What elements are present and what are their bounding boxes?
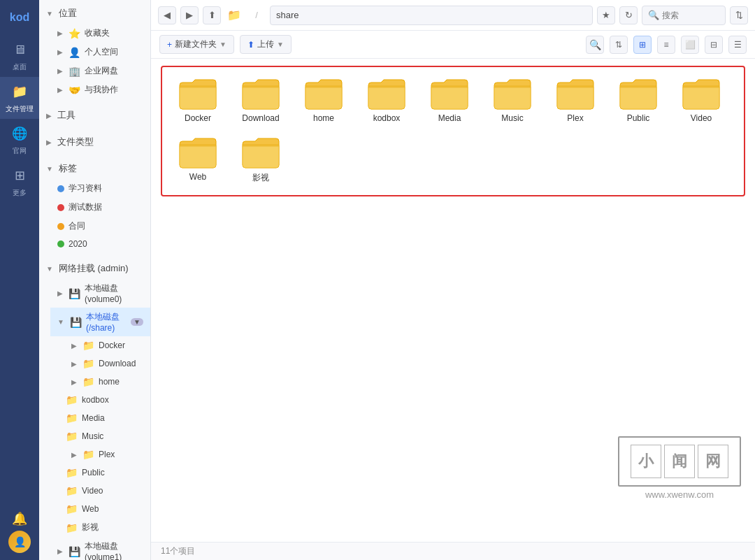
folder-label: Web: [189, 172, 206, 182]
more-icon: ⊞: [10, 166, 29, 185]
desktop-icon: 🖥: [10, 40, 29, 59]
sidebar-item-favorites[interactable]: ▶ ⭐ 收藏夹: [50, 24, 150, 43]
bookmark-button[interactable]: ★: [597, 6, 615, 24]
folder-label: Music: [501, 113, 523, 123]
sidebar-item-public[interactable]: 📁 Public: [50, 464, 150, 482]
sort-button[interactable]: ⇅: [730, 6, 748, 24]
new-folder-dropdown-icon: ▼: [220, 41, 226, 48]
sidebar-section-network: ▼ 网络挂载 (admin) ▶ 💾 本地磁盘(volume0) ▼ 💾 本地磁…: [39, 255, 150, 560]
sidebar-item-yingshi[interactable]: 📁 影视: [50, 518, 150, 537]
sidebar-item-vol0[interactable]: ▶ 💾 本地磁盘(volume0): [50, 279, 150, 308]
breadcrumb[interactable]: share: [270, 6, 593, 25]
view-grid-button[interactable]: ⊞: [633, 36, 652, 54]
watermark-box: 小 闻 网: [618, 436, 741, 487]
list-item[interactable]: home: [295, 74, 352, 127]
nav-desktop-label: 桌面: [13, 62, 27, 72]
main-content: ◀ ▶ ⬆ 📁 / share ★ ↻ 🔍 ⇅ + 新建文件夹 ▼: [151, 0, 755, 560]
sidebar-item-company[interactable]: ▶ 🏢 企业网盘: [50, 62, 150, 80]
view-detail-button[interactable]: ⊟: [705, 36, 723, 54]
nav-official[interactable]: 🌐 官网: [0, 119, 39, 161]
sidebar-item-share[interactable]: ▼ 💾 本地磁盘(/share) ▼: [50, 308, 150, 336]
list-item[interactable]: Public: [610, 74, 667, 127]
nav-desktop[interactable]: 🖥 桌面: [0, 35, 39, 77]
list-item[interactable]: 影视: [232, 133, 289, 188]
sidebar-item-filetype[interactable]: ▶ 文件类型: [39, 131, 150, 152]
sidebar-item-plex[interactable]: ▶ 📁 Plex: [50, 445, 150, 464]
upload-button[interactable]: ⬆ 上传 ▼: [240, 35, 292, 54]
view-zoom-in-button[interactable]: 🔍: [586, 36, 604, 54]
folder-label: Docker: [185, 113, 211, 123]
search-input[interactable]: [662, 10, 718, 20]
orange-dot: [57, 223, 64, 230]
sidebar-item-docker[interactable]: ▶ 📁 Docker: [50, 336, 150, 354]
view-sort-button[interactable]: ⇅: [610, 36, 628, 54]
new-folder-button[interactable]: + 新建文件夹 ▼: [159, 35, 234, 54]
list-item[interactable]: Video: [673, 74, 730, 127]
up-button[interactable]: ⬆: [203, 6, 221, 24]
nav-more-label: 更多: [13, 188, 27, 198]
sidebar-section-tools: ▶ 工具: [39, 102, 150, 129]
sidebar-item-music[interactable]: 📁 Music: [50, 427, 150, 445]
list-item[interactable]: kodbox: [358, 74, 415, 127]
watermark-cell-2: 闻: [664, 445, 695, 478]
sidebar-network-items: ▶ 💾 本地磁盘(volume0) ▼ 💾 本地磁盘(/share) ▼ ▶ 📁…: [39, 279, 150, 560]
refresh-button[interactable]: ↻: [619, 6, 638, 24]
folder-icon: 📁: [82, 358, 94, 369]
favorites-icon: ⭐: [69, 28, 80, 39]
sidebar-tag-contract[interactable]: 合同: [50, 217, 150, 236]
nav-files[interactable]: 📁 文件管理: [0, 77, 39, 119]
sidebar-item-download[interactable]: ▶ 📁 Download: [50, 354, 150, 373]
sidebar-tag-test[interactable]: 测试数据: [50, 198, 150, 217]
search-box[interactable]: 🔍: [642, 6, 726, 25]
list-item[interactable]: Docker: [169, 74, 226, 127]
folder-icon: 📁: [82, 449, 94, 460]
sidebar-item-video[interactable]: 📁 Video: [50, 482, 150, 500]
chevron-right-icon: ▶: [57, 547, 63, 555]
sidebar-item-kodbox[interactable]: 📁 kodbox: [50, 391, 150, 409]
sidebar-tag-2020[interactable]: 2020: [50, 236, 150, 252]
official-icon: 🌐: [10, 124, 29, 143]
list-item[interactable]: Plex: [547, 74, 604, 127]
sidebar-item-web[interactable]: 📁 Web: [50, 500, 150, 518]
chevron-right-icon: ▶: [46, 138, 52, 146]
chevron-down-icon: ▼: [57, 318, 64, 326]
sidebar-item-media[interactable]: 📁 Media: [50, 409, 150, 427]
toolbar: + 新建文件夹 ▼ ⬆ 上传 ▼ 🔍 ⇅ ⊞ ≡ ⬜ ⊟ ☰: [151, 31, 755, 59]
sidebar-tag-study[interactable]: 学习资料: [50, 179, 150, 198]
nav-files-label: 文件管理: [6, 104, 34, 114]
list-item[interactable]: Music: [484, 74, 541, 127]
red-dot: [57, 204, 64, 211]
nav-official-label: 官网: [13, 146, 27, 156]
list-item[interactable]: Web: [169, 133, 226, 188]
folder-icon: [430, 78, 469, 110]
sidebar-item-vol1[interactable]: ▶ 💾 本地磁盘(volume1): [50, 537, 150, 560]
folder-icon: [493, 78, 532, 110]
avatar[interactable]: 👤: [8, 531, 31, 553]
personal-icon: 👤: [69, 47, 80, 58]
sidebar-location-items: ▶ ⭐ 收藏夹 ▶ 👤 个人空间 ▶ 🏢 企业网盘 ▶ 🤝 与我协作: [39, 24, 150, 99]
sidebar: ▼ 位置 ▶ ⭐ 收藏夹 ▶ 👤 个人空间 ▶ 🏢 企业网盘 ▶ 🤝 与: [39, 0, 151, 560]
back-button[interactable]: ◀: [158, 6, 176, 24]
sidebar-item-personal[interactable]: ▶ 👤 个人空间: [50, 43, 150, 62]
company-icon: 🏢: [69, 66, 80, 77]
nav-more[interactable]: ⊞ 更多: [0, 161, 39, 203]
sidebar-item-shared[interactable]: ▶ 🤝 与我协作: [50, 80, 150, 99]
chevron-right-icon: ▶: [71, 451, 77, 459]
list-item[interactable]: Download: [232, 74, 289, 127]
chevron-down-icon: ▼: [46, 165, 53, 173]
sidebar-item-home[interactable]: ▶ 📁 home: [50, 373, 150, 391]
bell-icon[interactable]: 🔔: [12, 511, 27, 526]
app-bar-bottom: 🔔 👤: [8, 511, 31, 560]
view-list-button[interactable]: ≡: [657, 36, 675, 54]
sidebar-section-location: ▼ 位置 ▶ ⭐ 收藏夹 ▶ 👤 个人空间 ▶ 🏢 企业网盘 ▶ 🤝 与: [39, 0, 150, 102]
forward-button[interactable]: ▶: [180, 6, 199, 24]
separator: /: [247, 6, 266, 24]
sidebar-item-tools[interactable]: ▶ 工具: [39, 105, 150, 126]
folder-icon: [304, 78, 343, 110]
list-item[interactable]: Media: [421, 74, 478, 127]
view-more-button[interactable]: ☰: [728, 36, 747, 54]
folder-icon: 📁: [82, 376, 94, 387]
view-large-button[interactable]: ⬜: [681, 36, 699, 54]
app-logo: kod: [0, 0, 39, 35]
chevron-down-icon: ▼: [46, 10, 53, 17]
